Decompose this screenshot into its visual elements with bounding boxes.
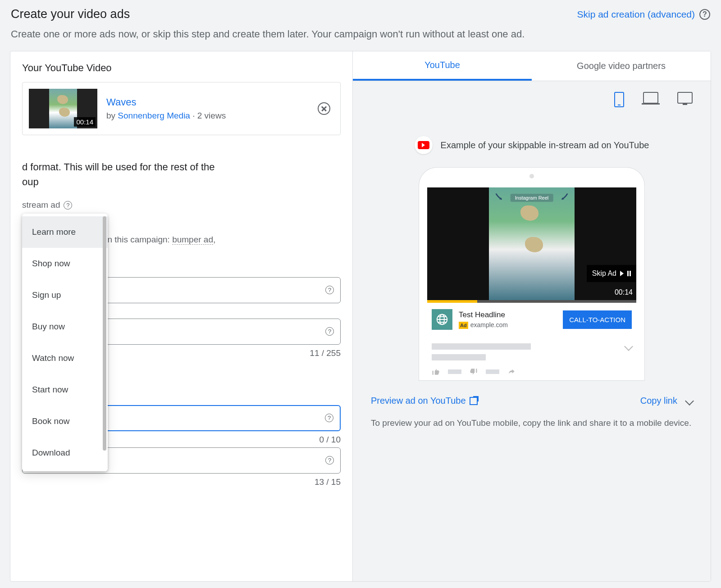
page-title: Create your video ads [11,7,130,21]
preview-duration: 00:14 [615,288,633,296]
cta-option[interactable]: Shop now [22,248,108,279]
cta-option[interactable]: Sign up [22,279,108,311]
advertiser-icon [432,309,452,330]
page-subtitle: Create one or more ads now, or skip this… [0,21,721,51]
device-mobile-icon[interactable] [614,92,624,107]
preview-tabs: YouTube Google video partners [353,51,711,81]
preview-cta-button: CALL-TO-ACTION [563,310,632,329]
device-tv-icon[interactable] [677,92,693,104]
cta-option[interactable]: Start now [22,374,108,406]
cta-option[interactable]: Learn more [22,216,108,248]
skip-ad-creation-link[interactable]: Skip ad creation (advanced) [577,9,695,20]
external-link-icon [470,397,478,405]
video-duration-badge: 00:14 [74,117,96,127]
headline-counter: 13 / 15 [22,477,341,487]
cta-option[interactable]: Buy now [22,311,108,342]
remove-video-button[interactable] [318,102,330,115]
thumbs-up-icon [432,368,440,376]
chevron-down-icon [624,342,633,351]
share-icon [507,368,516,376]
format-heading: d format. This will be used for the rest… [22,160,341,189]
video-byline: by Sonnenberg Media · 2 views [106,111,226,121]
help-icon[interactable]: ? [325,456,334,465]
skip-ad-button: Skip Ad [587,265,636,282]
cta-option[interactable]: Book now [22,406,108,437]
preview-overlay-label: Instagram Reel [511,194,553,202]
preview-on-youtube-link[interactable]: Preview ad on YouTube [371,396,478,406]
youtube-logo-icon [415,136,433,154]
help-icon[interactable]: ? [325,414,333,422]
video-thumbnail[interactable]: 00:14 [29,89,97,128]
video-card: 00:14 Waves by Sonnenberg Media · 2 view… [22,82,341,135]
cta-option[interactable]: Download [22,437,108,469]
tab-youtube[interactable]: YouTube [353,51,532,81]
example-description: Example of your skippable in-stream ad o… [441,140,649,150]
preview-video: Instagram Reel Skip Ad 00:14 [427,187,636,300]
help-icon[interactable]: ? [64,201,72,210]
video-section-title: Your YouTube Video [22,62,341,74]
device-desktop-icon[interactable] [643,92,658,104]
help-icon[interactable]: ? [699,9,710,20]
chevron-down-icon [685,397,694,406]
phone-preview: Instagram Reel Skip Ad 00:14 Test Headli… [419,168,644,380]
video-title-link[interactable]: Waves [106,96,226,108]
thumbs-down-icon [470,368,478,376]
help-icon[interactable]: ? [325,327,334,336]
copy-link-button[interactable]: Copy link [640,396,693,406]
preview-domain: Adexample.com [459,321,508,329]
channel-link[interactable]: Sonnenberg Media [118,111,190,120]
cta-counter: 0 / 10 [319,435,341,445]
help-icon[interactable]: ? [325,286,334,294]
cta-dropdown: Learn more Shop now Sign up Buy now Watc… [22,214,108,471]
preview-note: To preview your ad on YouTube mobile, co… [353,412,711,434]
tab-google-partners[interactable]: Google video partners [532,51,711,81]
device-toggle [353,81,711,118]
preview-headline: Test Headline [459,310,508,319]
format-option-stream[interactable]: stream ad ? [22,200,341,210]
dropdown-scrollbar[interactable] [103,216,106,451]
cta-option[interactable]: Watch now [22,342,108,374]
